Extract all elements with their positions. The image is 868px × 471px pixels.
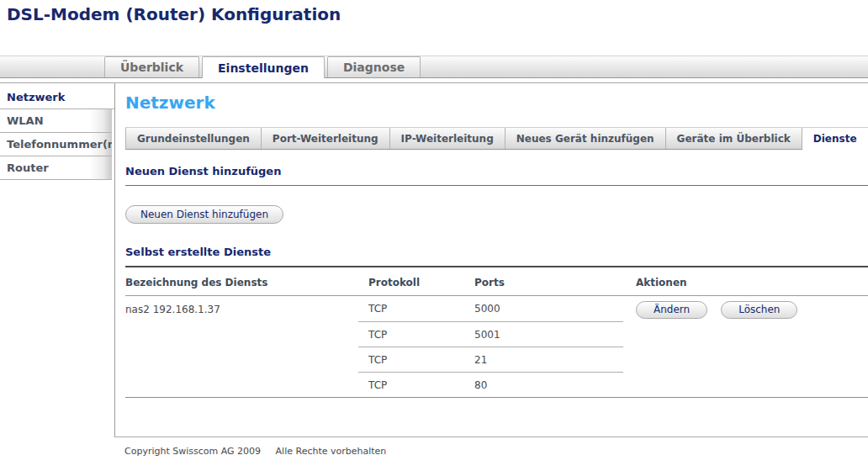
main-tab-uberblick[interactable]: Überblick — [104, 56, 199, 77]
sidebar-item-wlan[interactable]: WLAN — [0, 109, 112, 133]
subtab-dienste[interactable]: Dienste — [802, 128, 868, 150]
port-entry-row: TCP5000 — [358, 296, 623, 321]
column-header-actions: Aktionen — [636, 277, 868, 288]
port-value: 5000 — [474, 303, 500, 315]
add-service-button[interactable]: Neuen Dienst hinzufügen — [125, 205, 283, 224]
sidebar-item-telefonnummer-n[interactable]: Telefonnummer(n) — [0, 133, 112, 156]
port-entry-row: TCP80 — [358, 372, 623, 397]
port-value: 5001 — [474, 329, 500, 341]
service-actions: ÄndernLöschen — [623, 296, 868, 397]
subtab-ip-weiterleitung[interactable]: IP-Weiterleitung — [390, 128, 505, 149]
protocol-value: TCP — [368, 354, 474, 366]
footer-copyright: Copyright Swisscom AG 2009 — [124, 446, 261, 457]
column-header-name: Bezeichnung des Diensts — [125, 277, 368, 288]
subtab-gerate-im-uberblick[interactable]: Geräte im Überblick — [666, 128, 802, 149]
sidebar-item-netzwerk[interactable]: Netzwerk — [0, 86, 114, 109]
port-entry-row: TCP21 — [358, 347, 623, 372]
column-header-ports: Ports — [474, 277, 636, 288]
subtab-grundeinstellungen[interactable]: Grundeinstellungen — [125, 128, 262, 149]
change-service-button[interactable]: Ändern — [636, 301, 707, 319]
service-name: nas2 192.168.1.37 — [125, 296, 358, 397]
port-value: 21 — [474, 354, 487, 366]
main-tab-einstellungen[interactable]: Einstellungen — [202, 56, 325, 78]
subtab-port-weiterleitung[interactable]: Port-Weiterleitung — [262, 128, 390, 149]
subtab-neues-gerat-hinzufugen[interactable]: Neues Gerät hinzufügen — [505, 128, 666, 149]
services-section-title: Selbst erstellte Dienste — [125, 246, 868, 267]
content-panel: Netzwerk GrundeinstellungenPort-Weiterle… — [114, 83, 868, 437]
sub-tab-bar: GrundeinstellungenPort-WeiterleitungIP-W… — [125, 127, 868, 150]
main-tab-bar: ÜberblickEinstellungenDiagnose — [0, 56, 868, 78]
main-tab-diagnose[interactable]: Diagnose — [327, 56, 421, 77]
protocol-value: TCP — [368, 303, 474, 315]
footer: Copyright Swisscom AG 2009 Alle Rechte v… — [124, 446, 398, 457]
sidebar-item-router[interactable]: Router — [0, 156, 112, 180]
port-entry-row: TCP5001 — [358, 321, 623, 347]
page-title: DSL-Modem (Router) Konfiguration — [7, 4, 341, 24]
sidebar-nav: NetzwerkWLANTelefonnummer(n)Router — [0, 83, 114, 180]
footer-rights: Alle Rechte vorbehalten — [276, 446, 387, 457]
table-row: nas2 192.168.1.37TCP5000TCP5001TCP21TCP8… — [125, 296, 868, 398]
port-value: 80 — [474, 379, 487, 391]
add-service-section-title: Neuen Dienst hinzufügen — [125, 165, 868, 186]
services-table-header: Bezeichnung des Diensts Protokoll Ports … — [125, 270, 868, 296]
protocol-value: TCP — [368, 379, 474, 391]
service-port-entries: TCP5000TCP5001TCP21TCP80 — [358, 296, 623, 397]
protocol-value: TCP — [368, 329, 474, 341]
services-table: Bezeichnung des Diensts Protokoll Ports … — [125, 270, 868, 398]
delete-service-button[interactable]: Löschen — [721, 301, 797, 319]
column-header-protocol: Protokoll — [368, 277, 474, 288]
content-heading: Netzwerk — [125, 93, 215, 113]
